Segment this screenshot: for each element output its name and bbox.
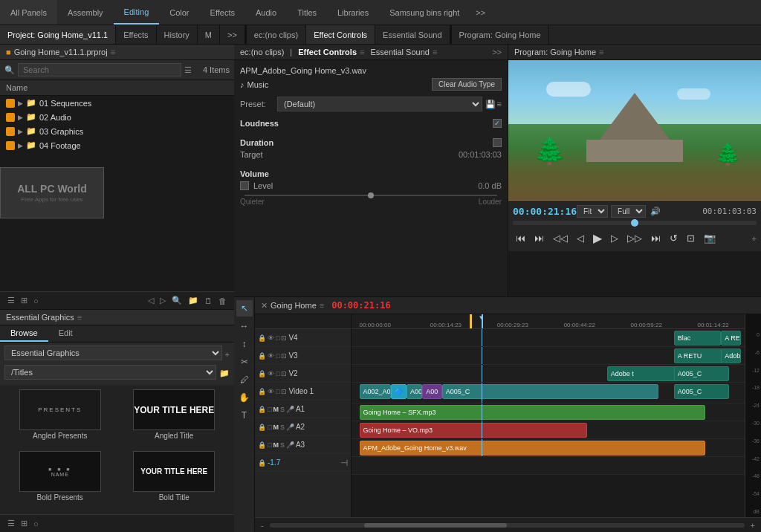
search-btn[interactable]: 🔍 xyxy=(169,294,185,307)
eg-item-angled-title[interactable]: YOUR TITLE HERE Angled Title xyxy=(119,389,230,448)
lock-v1-icon[interactable]: 🔒 xyxy=(258,388,266,395)
tl-clip-v1-2[interactable]: 🔷 xyxy=(391,384,407,399)
loop-btn[interactable]: ↺ xyxy=(667,231,681,245)
track-select-fwd-btn[interactable]: ↔ xyxy=(236,318,253,334)
expand-arrow[interactable]: ▶ xyxy=(18,128,23,135)
track-eye-v1[interactable]: 👁 xyxy=(268,388,274,395)
safe-margin-btn[interactable]: ⊡ xyxy=(684,231,698,245)
export-frame-btn[interactable]: 📷 xyxy=(701,231,719,245)
list-view-btn[interactable]: ☰ xyxy=(4,294,18,307)
eg-item-bold-presents[interactable]: ■ ■ ■ NAME Bold Presents xyxy=(4,451,116,510)
tl-zoom-out-btn[interactable]: - xyxy=(258,519,267,531)
tl-clip-v4-1[interactable]: Blac xyxy=(674,331,721,346)
prev-btn[interactable]: ◁ xyxy=(145,294,157,307)
eg-tab-edit[interactable]: Edit xyxy=(48,325,83,342)
razor-btn[interactable]: ✂ xyxy=(236,354,253,370)
track-mic-a1[interactable]: 🎤 xyxy=(286,406,294,413)
prev-frame-btn[interactable]: ◁ xyxy=(574,231,587,245)
lock-a2-icon[interactable]: 🔒 xyxy=(258,424,266,431)
ripple-edit-btn[interactable]: ↕ xyxy=(236,336,253,352)
nav-color[interactable]: Color xyxy=(159,0,199,25)
panel-tab-essential-sound[interactable]: Essential Sound xyxy=(375,25,450,44)
ec-tab-effectcontrols[interactable]: Effect Controls xyxy=(298,48,357,56)
pen-btn[interactable]: 🖊 xyxy=(236,372,253,388)
tl-clip-a2[interactable]: Going Home – VO.mp3 xyxy=(360,423,588,438)
ec-tab-noclips[interactable]: ec:(no clips) xyxy=(240,48,284,56)
expand-arrow[interactable]: ▶ xyxy=(18,114,23,121)
plus-btn[interactable]: + xyxy=(752,234,757,243)
nav-more[interactable]: >> xyxy=(470,8,491,17)
track-solo-v3[interactable]: ⊡ xyxy=(281,352,287,360)
volume-monitor-icon[interactable]: 🔊 xyxy=(650,207,661,216)
track-cam-v1[interactable]: □ xyxy=(276,388,279,395)
volume-end-icon[interactable]: ⊣ xyxy=(340,458,348,468)
list-item[interactable]: ▶ 📁 03 Graphics xyxy=(0,124,234,138)
tl-scrollbar[interactable] xyxy=(270,523,745,528)
tl-clip-v4-2[interactable]: A RETU xyxy=(721,331,740,346)
lock-vol-icon[interactable]: 🔒 xyxy=(258,459,266,467)
tl-clip-v3-2[interactable]: Adobe t xyxy=(721,348,740,363)
nav-assembly[interactable]: Assembly xyxy=(57,0,114,25)
track-eye-a3[interactable]: □ xyxy=(268,441,271,449)
panel-tab-effects[interactable]: Effects xyxy=(116,25,156,44)
clear-audio-type-btn[interactable]: Clear Audio Type xyxy=(432,78,502,91)
ec-preset-select[interactable]: (Default) xyxy=(277,97,482,111)
track-eye-v2[interactable]: 👁 xyxy=(268,370,274,377)
ec-preset-menu-icon[interactable]: ≡ xyxy=(497,100,502,108)
track-m-a2[interactable]: M xyxy=(273,424,279,431)
track-solo-v4[interactable]: ⊡ xyxy=(281,334,287,342)
tl-clip-v1-4[interactable]: A00 xyxy=(422,384,441,399)
folder-btn[interactable]: 📁 xyxy=(185,294,201,307)
next-frame-btn[interactable]: ▷ xyxy=(608,231,621,245)
track-m-a3[interactable]: M xyxy=(273,441,279,449)
ec-tab-essentialsound[interactable]: Essential Sound xyxy=(370,48,430,56)
track-solo-v2[interactable]: ⊡ xyxy=(281,370,287,377)
track-eye-v4[interactable]: 👁 xyxy=(268,334,274,342)
track-eye-a1[interactable]: □ xyxy=(268,406,271,413)
eg-add-icon[interactable]: + xyxy=(225,350,230,359)
nav-samsung[interactable]: Samsung bins right xyxy=(379,0,470,25)
track-s-a2[interactable]: S xyxy=(280,424,285,431)
tl-clip-v1-5[interactable]: A005_C xyxy=(442,384,658,399)
track-m-a1[interactable]: M xyxy=(273,406,279,413)
tl-clip-v1-3[interactable]: A003 xyxy=(407,384,422,399)
timeline-ruler[interactable]: 00:00:00:00 00:00:14:23 00:00:29:23 00:0… xyxy=(352,314,745,329)
panel-tab-project[interactable]: Project: Going Home_v11.1 xyxy=(0,25,116,44)
step-end-btn[interactable]: ⏭ xyxy=(648,231,664,245)
zoom-btn[interactable]: ○ xyxy=(30,295,42,307)
step-forward-btn[interactable]: ⏭ xyxy=(531,231,547,245)
search-list-icon[interactable]: ☰ xyxy=(184,65,192,75)
track-eye-v3[interactable]: 👁 xyxy=(268,352,274,360)
track-eye-a2[interactable]: □ xyxy=(268,424,271,431)
panel-tab-ec-noclips[interactable]: ec:(no clips) xyxy=(247,25,306,44)
play-btn[interactable]: ▶ xyxy=(590,230,605,247)
nav-audio[interactable]: Audio xyxy=(245,0,287,25)
expand-arrow[interactable]: ▶ xyxy=(18,100,23,107)
ec-duration-checkbox[interactable] xyxy=(493,138,502,147)
panel-tab-program[interactable]: Program: Going Home xyxy=(452,25,549,44)
close-timeline-icon[interactable]: ✕ xyxy=(261,301,268,311)
lock-v2-icon[interactable]: 🔒 xyxy=(258,370,266,377)
track-s-a1[interactable]: S xyxy=(280,406,285,413)
lock-v3-icon[interactable]: 🔒 xyxy=(258,352,266,360)
eg-zoom-btn[interactable]: ○ xyxy=(30,518,42,530)
tl-clip-v1-6[interactable]: A005_C xyxy=(674,384,729,399)
track-cam-v4[interactable]: □ xyxy=(276,334,279,342)
eg-icon-btn[interactable]: ⊞ xyxy=(18,517,30,530)
expand-arrow[interactable]: ▶ xyxy=(18,142,23,149)
tl-clip-v2-1[interactable]: Adobe t xyxy=(607,366,678,381)
panel-tab-m[interactable]: M xyxy=(198,25,220,44)
eg-list-btn[interactable]: ☰ xyxy=(4,517,18,530)
ec-level-checkbox[interactable] xyxy=(240,181,249,190)
track-cam-v3[interactable]: □ xyxy=(276,352,279,360)
next-btn[interactable]: ▷ xyxy=(157,294,169,307)
panel-tab-more[interactable]: >> xyxy=(220,25,245,44)
fast-forward-btn[interactable]: ▷▷ xyxy=(624,231,645,245)
selection-tool-btn[interactable]: ↖ xyxy=(236,300,253,317)
fit-select[interactable]: Fit xyxy=(577,205,608,218)
hand-btn[interactable]: ✋ xyxy=(236,389,253,406)
eg-tab-browse[interactable]: Browse xyxy=(0,325,48,342)
tl-zoom-in-btn[interactable]: + xyxy=(748,519,758,531)
icon-view-btn[interactable]: ⊞ xyxy=(18,294,30,307)
nav-effects[interactable]: Effects xyxy=(200,0,245,25)
